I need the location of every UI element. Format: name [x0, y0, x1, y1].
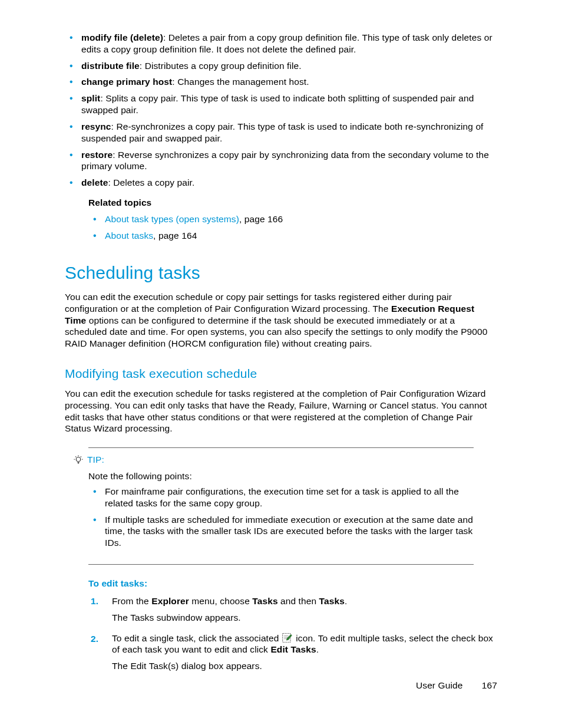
list-item: About tasks, page 164 [88, 230, 497, 242]
desc: : Changes the management host. [172, 77, 309, 87]
heading-scheduling-tasks: Scheduling tasks [65, 262, 497, 284]
text: To edit a single task, click the associa… [112, 633, 282, 643]
desc: : Splits a copy pair. This type of task … [81, 93, 474, 115]
term: resync [81, 121, 111, 131]
svg-line-4 [75, 457, 76, 457]
list-item: change primary host: Changes the managem… [65, 76, 497, 88]
term: change primary host [81, 77, 172, 87]
text: . [345, 596, 347, 606]
step-2: To edit a single task, click the associa… [88, 632, 497, 672]
task-type-list: modify file (delete): Deletes a pair fro… [65, 32, 497, 189]
list-item: restore: Reverse synchronizes a copy pai… [65, 149, 497, 173]
tasks-label: Tasks [252, 596, 277, 606]
desc: : Deletes a copy pair. [108, 177, 194, 187]
list-item: resync: Re-synchronizes a copy pair. Thi… [65, 121, 497, 144]
scheduling-intro: You can edit the execution schedule or c… [65, 291, 497, 350]
term: restore [81, 150, 113, 160]
svg-line-5 [81, 457, 81, 457]
related-link[interactable]: About tasks [105, 230, 153, 241]
steps-heading: To edit tasks: [88, 578, 497, 589]
list-item: split: Splits a copy pair. This type of … [65, 93, 497, 116]
related-topics-heading: Related topics [88, 197, 497, 209]
page-number: 167 [482, 680, 497, 691]
desc: : Reverse synchronizes a copy pair by sy… [81, 150, 489, 172]
step-1: From the Explorer menu, choose Tasks and… [88, 595, 497, 624]
tasks-label: Tasks [319, 596, 345, 606]
page-footer: User Guide 167 [416, 680, 497, 691]
text: options can be configured to determine i… [65, 315, 487, 349]
list-item: If multiple tasks are scheduled for imme… [88, 514, 474, 549]
heading-modifying-schedule: Modifying task execution schedule [65, 366, 497, 382]
text: . [316, 644, 319, 654]
text: and then [278, 596, 319, 606]
list-item: delete: Deletes a copy pair. [65, 177, 497, 189]
related-suffix: , page 164 [153, 230, 197, 241]
lightbulb-icon [73, 454, 84, 465]
footer-title: User Guide [416, 680, 462, 690]
desc: : Re-synchronizes a copy pair. This type… [81, 121, 484, 143]
edit-task-icon [282, 632, 293, 644]
list-item: About task types (open systems), page 16… [88, 213, 497, 225]
edit-tasks-label: Edit Tasks [270, 644, 316, 654]
tip-bullets: For mainframe pair configurations, the e… [88, 486, 474, 549]
related-suffix: , page 166 [239, 214, 283, 224]
steps-list: From the Explorer menu, choose Tasks and… [88, 595, 497, 672]
term: split [81, 93, 100, 103]
term: delete [81, 177, 108, 187]
related-link[interactable]: About task types (open systems) [105, 214, 239, 224]
desc: : Distributes a copy group definition fi… [140, 61, 302, 71]
text: From the [112, 596, 151, 606]
list-item: distribute file: Distributes a copy grou… [65, 60, 497, 72]
term: modify file (delete) [81, 32, 163, 42]
explorer-menu-label: Explorer [151, 596, 189, 606]
term: distribute file [81, 61, 140, 71]
list-item: modify file (delete): Deletes a pair fro… [65, 32, 497, 55]
text: menu, choose [189, 596, 252, 606]
step-1-sub: The Tasks subwindow appears. [112, 612, 497, 624]
related-topics-list: About task types (open systems), page 16… [88, 213, 497, 242]
step-2-sub: The Edit Task(s) dialog box appears. [112, 660, 497, 672]
list-item: For mainframe pair configurations, the e… [88, 486, 474, 509]
tip-header: TIP: [73, 454, 474, 466]
tip-block: TIP: Note the following points: For main… [88, 447, 474, 565]
svg-point-0 [76, 457, 81, 462]
tip-label: TIP: [87, 454, 104, 466]
tip-intro: Note the following points: [88, 470, 474, 482]
modifying-intro: You can edit the execution schedule for … [65, 388, 497, 434]
